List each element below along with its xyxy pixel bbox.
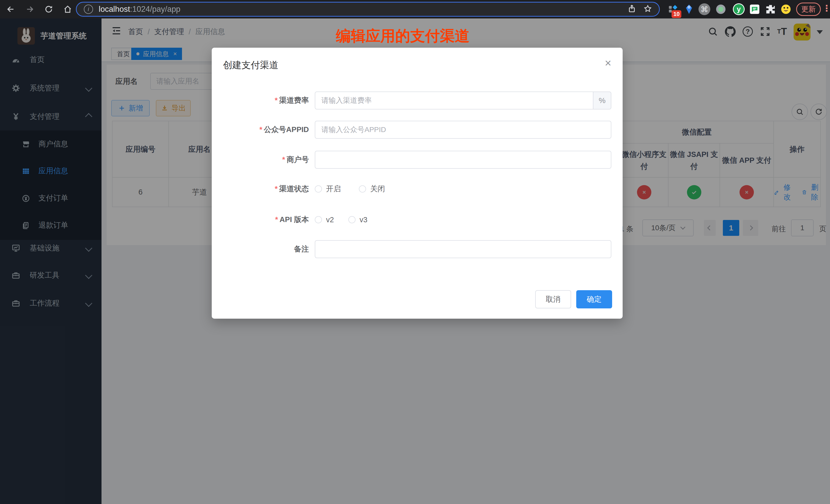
merchant-id-input[interactable] [315,151,611,169]
extension-emoji-avatar-icon[interactable] [779,3,793,16]
extension-command-icon[interactable]: ⌘ [698,3,711,16]
browser-forward-icon[interactable] [23,2,37,17]
screen: i localhost:1024/pay/app 10 ⌘ y [0,0,830,504]
browser-home-icon[interactable] [61,2,75,17]
extension-balloon-icon[interactable] [682,3,696,16]
radio-icon [315,216,322,223]
dialog-close-icon[interactable]: × [605,57,611,69]
remark-input[interactable] [315,240,611,258]
channel-rate-input[interactable] [315,92,594,109]
form-row-status: *渠道状态 开启 关闭 [223,180,611,198]
confirm-button[interactable]: 确定 [576,290,612,308]
browser-update-button[interactable]: 更新 [796,3,821,16]
browser-reload-icon[interactable] [41,2,56,17]
extension-record-icon[interactable] [714,3,728,16]
radio-status-open[interactable]: 开启 [315,184,341,194]
url-text: localhost:1024/pay/app [99,5,181,14]
radio-api-v3[interactable]: v3 [348,216,368,224]
cancel-button[interactable]: 取消 [535,290,571,308]
form-row-remark: 备注 [223,240,611,258]
extension-y-icon[interactable]: y [732,3,745,16]
radio-icon [315,185,322,192]
official-account-appid-input[interactable] [315,121,611,139]
site-info-icon[interactable]: i [84,5,93,14]
url-bar[interactable]: i localhost:1024/pay/app [76,2,660,17]
radio-api-v2[interactable]: v2 [315,216,334,224]
extension-chat-icon[interactable] [748,3,761,16]
radio-icon [359,185,366,192]
share-icon[interactable] [627,4,636,14]
annotation-text: 编辑应用的支付渠道 [336,26,470,46]
form-row-api-version: *API 版本 v2 v3 [223,211,611,229]
bookmark-star-icon[interactable] [643,4,652,14]
browser-menu-icon[interactable]: ⋮ [822,3,830,13]
radio-status-closed[interactable]: 关闭 [359,184,385,194]
form-row-merchant: *商户号 [223,151,611,169]
extension-puzzle-icon[interactable] [764,3,777,16]
browser-chrome: i localhost:1024/pay/app 10 ⌘ y [0,0,830,19]
extension-tasks-icon[interactable]: 10 [667,3,680,16]
percent-suffix: % [594,92,611,109]
form-row-appid: *公众号APPID [223,121,611,139]
dialog-title: 创建支付渠道 [223,59,278,71]
browser-back-icon[interactable] [4,2,18,17]
extension-badge: 10 [672,10,681,18]
radio-icon [348,216,355,223]
dialog-footer: 取消 确定 [212,290,622,308]
form-row-rate: *渠道费率 % [223,92,611,109]
create-pay-channel-dialog: 创建支付渠道 × *渠道费率 % *公众号APPID *商户号 *渠道状态 [212,48,622,319]
